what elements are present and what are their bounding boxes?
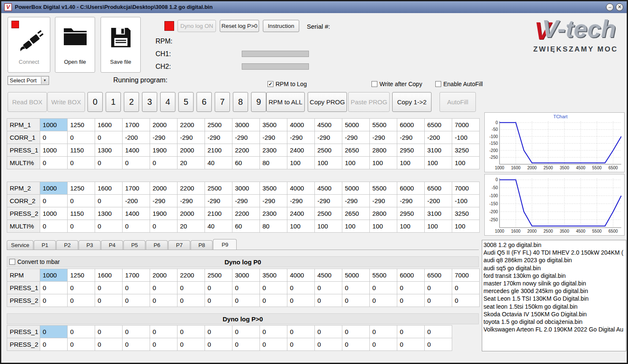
- table-cell[interactable]: 6500: [425, 119, 452, 131]
- read-box-button[interactable]: Read BOX: [8, 92, 47, 112]
- table-cell[interactable]: -290: [370, 195, 397, 207]
- table-cell[interactable]: 0: [287, 326, 315, 338]
- table-cell[interactable]: 1000: [40, 207, 68, 220]
- table-cell[interactable]: 2500: [205, 182, 232, 195]
- table-cell[interactable]: 100: [397, 220, 425, 233]
- table-cell[interactable]: 2100: [205, 144, 232, 157]
- table-cell[interactable]: 5000: [342, 269, 370, 282]
- table-cell[interactable]: 0: [425, 338, 452, 351]
- table-cell[interactable]: 0: [123, 294, 150, 307]
- rpm-to-all-button[interactable]: RPM to ALL: [266, 92, 305, 112]
- table-cell[interactable]: -290: [370, 131, 397, 144]
- table-cell[interactable]: 1000: [40, 119, 68, 131]
- file-list-item[interactable]: audi q8 286km 2023 go digital.bin: [483, 256, 626, 264]
- table-cell[interactable]: 40: [205, 220, 232, 233]
- file-list-item[interactable]: mercedes gle 300d 245km go digital.bin: [483, 287, 626, 295]
- table-cell[interactable]: 0: [370, 294, 397, 307]
- reset-log-button[interactable]: Reset log P>0: [220, 20, 259, 32]
- table-cell[interactable]: 0: [397, 282, 425, 294]
- table-cell[interactable]: 2500: [315, 144, 342, 157]
- table-cell[interactable]: -200: [425, 131, 452, 144]
- file-list-item[interactable]: seat leon 1.5tsi 150km go digital.bin: [483, 303, 626, 310]
- table-cell[interactable]: 1300: [95, 207, 123, 220]
- table-cell[interactable]: 1150: [68, 144, 95, 157]
- table-cell[interactable]: 0: [452, 282, 480, 294]
- table-cell[interactable]: 6000: [397, 182, 425, 195]
- file-list-item[interactable]: Seat Leon 1.5 TSI 130KM Go Digital.bin: [483, 295, 626, 302]
- table-cell[interactable]: 2300: [260, 207, 287, 220]
- table-cell[interactable]: 2200: [177, 269, 205, 282]
- table-cell[interactable]: 0: [68, 338, 95, 351]
- table-cell[interactable]: 3100: [425, 207, 452, 220]
- table-cell[interactable]: 0: [232, 338, 260, 351]
- file-list-item[interactable]: ford transit 130km go digital.bin: [483, 272, 626, 280]
- write-box-button[interactable]: Write BOX: [47, 92, 85, 112]
- rpm-to-log-checkbox[interactable]: RPM to Log: [268, 81, 307, 87]
- table-cell[interactable]: -290: [397, 131, 425, 144]
- table-cell[interactable]: 0: [40, 131, 68, 144]
- table-cell[interactable]: 0: [123, 326, 150, 338]
- table-cell[interactable]: 2500: [205, 269, 232, 282]
- tab-p6[interactable]: P6: [146, 240, 168, 250]
- tab-service[interactable]: Service: [7, 240, 33, 250]
- table-cell[interactable]: 7000: [452, 269, 480, 282]
- table-cell[interactable]: 0: [260, 338, 287, 351]
- table-cell[interactable]: 0: [177, 326, 205, 338]
- table-cell[interactable]: 1000: [40, 144, 68, 157]
- table-cell[interactable]: -290: [150, 195, 177, 207]
- table-cell[interactable]: 1250: [68, 269, 95, 282]
- table-cell[interactable]: 40: [205, 157, 232, 169]
- chevron-down-icon[interactable]: ▼: [41, 77, 48, 84]
- table-cell[interactable]: 2200: [177, 119, 205, 131]
- table-cell[interactable]: -290: [260, 131, 287, 144]
- table-cell[interactable]: 0: [205, 338, 232, 351]
- table-cell[interactable]: -290: [287, 131, 315, 144]
- table-cell[interactable]: 0: [68, 326, 95, 338]
- table-cell[interactable]: 3000: [232, 119, 260, 131]
- table-cell[interactable]: 2200: [232, 207, 260, 220]
- table-cell[interactable]: 100: [425, 220, 452, 233]
- digit-button-2[interactable]: 2: [124, 92, 139, 112]
- table-cell[interactable]: 4500: [315, 269, 342, 282]
- tab-p4[interactable]: P4: [101, 240, 123, 250]
- table-cell[interactable]: 0: [95, 326, 123, 338]
- table-cell[interactable]: 2650: [342, 144, 370, 157]
- table-cell[interactable]: 3000: [232, 182, 260, 195]
- copy-1-to-2-button[interactable]: Copy 1->2: [392, 92, 431, 112]
- table-cell[interactable]: 0: [342, 282, 370, 294]
- table-cell[interactable]: 0: [68, 195, 95, 207]
- table-cell[interactable]: 0: [342, 326, 370, 338]
- table-cell[interactable]: 0: [315, 282, 342, 294]
- tab-p3[interactable]: P3: [79, 240, 101, 250]
- convert-to-mbar-checkbox[interactable]: Convert to mbar: [9, 258, 60, 265]
- table-cell[interactable]: 0: [315, 294, 342, 307]
- table-cell[interactable]: 0: [232, 294, 260, 307]
- save-file-button[interactable]: Save file: [101, 17, 141, 73]
- table-cell[interactable]: 0: [150, 157, 177, 169]
- digit-button-4[interactable]: 4: [160, 92, 175, 112]
- table-cell[interactable]: 2000: [150, 182, 177, 195]
- table-cell[interactable]: 2500: [315, 207, 342, 220]
- table-cell[interactable]: -290: [397, 195, 425, 207]
- table-cell[interactable]: 1600: [95, 269, 123, 282]
- table-cell[interactable]: 100: [452, 157, 480, 169]
- table-cell[interactable]: 0: [95, 157, 123, 169]
- table-cell[interactable]: 1700: [123, 182, 150, 195]
- table-cell[interactable]: 0: [370, 326, 397, 338]
- table-cell[interactable]: 0: [95, 282, 123, 294]
- tab-p5[interactable]: P5: [123, 240, 145, 250]
- table-cell[interactable]: 0: [177, 282, 205, 294]
- table-cell[interactable]: 0: [205, 326, 232, 338]
- table-cell[interactable]: 3250: [452, 207, 480, 220]
- table-cell[interactable]: -200: [425, 195, 452, 207]
- table-cell[interactable]: 0: [370, 338, 397, 351]
- table-cell[interactable]: 0: [287, 294, 315, 307]
- table-cell[interactable]: 6000: [397, 269, 425, 282]
- table-cell[interactable]: 0: [123, 220, 150, 233]
- table-cell[interactable]: 0: [315, 326, 342, 338]
- table-cell[interactable]: 3000: [232, 269, 260, 282]
- table-cell[interactable]: 5000: [342, 182, 370, 195]
- table-cell[interactable]: 0: [95, 338, 123, 351]
- table-cell[interactable]: 0: [232, 282, 260, 294]
- table-cell[interactable]: 2000: [177, 144, 205, 157]
